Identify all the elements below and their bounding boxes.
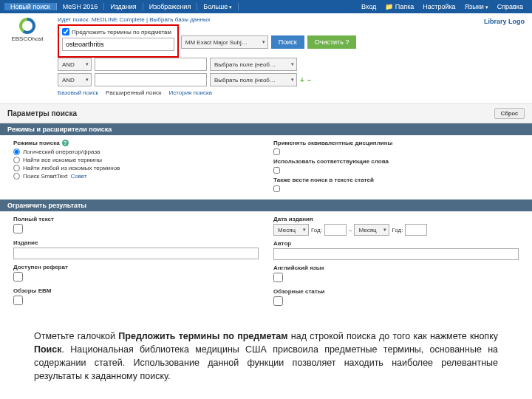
search-input-3[interactable]	[95, 73, 207, 86]
library-logo-link[interactable]: Library Logo	[484, 18, 525, 25]
fulltext-search-label: Также вести поиск в тексте статей	[273, 177, 519, 183]
top-nav: Новый поиск MeSH 2016 Издания Изображени…	[0, 0, 532, 13]
tab-history[interactable]: История поиска	[168, 89, 212, 96]
nav-languages[interactable]: Языки	[460, 3, 493, 10]
mode-boolean-radio[interactable]	[13, 149, 20, 155]
search-modes-label: Режимы поиска?	[13, 140, 259, 146]
limit-ebm-label: Обзоры EBM	[13, 287, 259, 294]
tab-basic[interactable]: Базовый поиск	[58, 89, 98, 96]
limit-date-label: Дата издания	[273, 216, 519, 222]
limit-ebm-checkbox[interactable]	[13, 296, 23, 305]
limit-fulltext-label: Полный текст	[13, 216, 259, 222]
remove-row-icon[interactable]: −	[307, 76, 312, 84]
smarttext-hint-link[interactable]: Совет	[70, 173, 86, 180]
db-name-link[interactable]: MEDLINE Complete	[92, 16, 145, 23]
nav-preferences[interactable]: Настройка	[418, 3, 460, 10]
field-select-2[interactable]: Выбрать поле (необ…	[210, 58, 297, 71]
bool-select-3[interactable]: AND	[58, 73, 92, 86]
limit-abstract-checkbox[interactable]	[13, 272, 23, 282]
suggest-terms-label: Предложить термины по предметам	[72, 29, 171, 35]
limit-abstract-label: Доступен реферат	[13, 264, 259, 270]
nav-more[interactable]: Больше	[197, 3, 239, 10]
limit-review-checkbox[interactable]	[273, 296, 283, 306]
search-input-2[interactable]	[95, 58, 207, 71]
date-from-month[interactable]: Месяц	[273, 224, 309, 236]
mode-all-radio[interactable]	[13, 157, 20, 163]
fulltext-search-checkbox[interactable]	[273, 185, 280, 192]
related-label: Использовать соответствующие слова	[273, 158, 519, 165]
search-input-1[interactable]	[62, 38, 174, 51]
nav-folder-label: Папка	[395, 3, 415, 10]
mode-smarttext-radio[interactable]	[13, 173, 20, 180]
database-line: Идет поиск. MEDLINE Complete | Выбрать б…	[58, 16, 526, 23]
limit-publication-input[interactable]	[13, 248, 259, 259]
add-row-icon[interactable]: +	[300, 76, 304, 84]
slide-caption: Отметьте галочкой Предложить термины по …	[0, 315, 532, 394]
limit-fulltext-checkbox[interactable]	[13, 224, 23, 233]
db-select-link[interactable]: Выбрать базы данных	[149, 16, 211, 23]
logo-text: EBSCOhost	[7, 35, 47, 42]
bool-select-2[interactable]: AND	[58, 58, 92, 71]
nav-images[interactable]: Изображения	[143, 3, 198, 10]
date-dash: –	[349, 227, 352, 233]
ebsco-logo[interactable]: EBSCOhost	[7, 18, 47, 42]
related-checkbox[interactable]	[273, 167, 280, 174]
limit-english-label: Английский язык	[273, 265, 519, 271]
nav-publications[interactable]: Издания	[104, 3, 143, 10]
help-icon[interactable]: ?	[62, 140, 69, 146]
year-to-label: Год:	[392, 227, 403, 233]
limit-author-input[interactable]	[273, 248, 519, 260]
nav-new-search[interactable]: Новый поиск	[4, 3, 57, 10]
year-from-label: Год:	[311, 227, 322, 233]
field-select-1[interactable]: MM Exact Major Subj…	[181, 35, 268, 49]
logo-icon	[19, 18, 35, 34]
mode-any-radio[interactable]	[13, 165, 20, 171]
limit-review-label: Обзорные статьи	[273, 288, 519, 295]
equiv-checkbox[interactable]	[273, 149, 280, 155]
date-to-month[interactable]: Месяц	[354, 224, 389, 236]
nav-help[interactable]: Справка	[493, 3, 528, 10]
nav-signin[interactable]: Вход	[357, 3, 381, 10]
equiv-label: Применять эквивалентные дисциплины	[273, 140, 519, 146]
limit-english-checkbox[interactable]	[273, 273, 283, 282]
highlight-box: Предложить термины по предметам	[58, 24, 179, 58]
suggest-terms-checkbox[interactable]	[62, 28, 69, 35]
limit-author-label: Автор	[273, 240, 519, 247]
mode-smarttext-label: Поиск SmartText	[23, 173, 67, 180]
nav-mesh[interactable]: MeSH 2016	[57, 3, 105, 10]
search-options-title: Параметры поиска	[7, 109, 77, 117]
modes-header: Режимы и расширители поиска	[0, 123, 532, 135]
date-to-year[interactable]	[405, 224, 427, 236]
mode-any-label: Найти любой из искомых терминов	[23, 165, 120, 171]
db-sep: |	[146, 16, 148, 23]
limit-publication-label: Издание	[13, 239, 259, 246]
search-mode-tabs: Базовый поиск Расширенный поиск История …	[58, 89, 526, 96]
mode-boolean-label: Логический оператор/фраза	[23, 149, 100, 155]
clear-button[interactable]: Очистить ?	[307, 35, 357, 49]
db-label: Идет поиск.	[58, 16, 89, 23]
tab-advanced[interactable]: Расширенный поиск	[106, 89, 161, 96]
date-from-year[interactable]	[324, 224, 347, 236]
mode-all-label: Найти все искомые термины	[23, 157, 102, 163]
field-select-3[interactable]: Выбрать поле (необ…	[210, 73, 297, 86]
search-button[interactable]: Поиск	[271, 35, 304, 49]
reset-button[interactable]: Сброс	[494, 108, 525, 119]
search-options-header: Параметры поиска Сброс	[0, 103, 532, 123]
nav-folder[interactable]: 📁 Папка	[381, 3, 418, 10]
limits-header: Ограничить результаты	[0, 200, 532, 211]
